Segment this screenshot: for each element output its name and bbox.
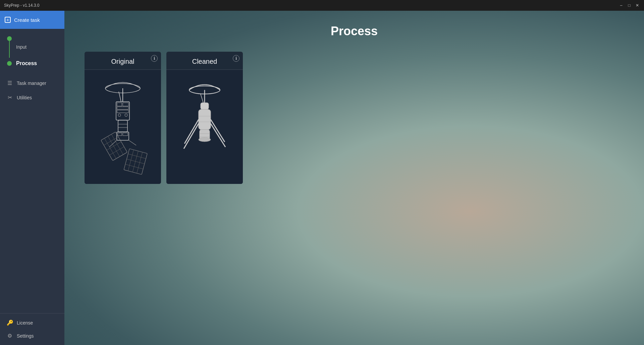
svg-line-44 — [211, 119, 225, 142]
minimize-button[interactable]: – — [619, 3, 624, 8]
create-task-button[interactable]: Create task — [0, 11, 64, 29]
step-indicator-wrap-process — [7, 61, 12, 66]
svg-rect-15 — [123, 133, 128, 136]
svg-point-9 — [125, 114, 127, 116]
cleaned-card-header: Cleaned — [166, 52, 243, 70]
step-label-input: Input — [16, 44, 26, 50]
svg-rect-5 — [123, 103, 128, 106]
svg-line-24 — [128, 150, 134, 171]
svg-line-27 — [128, 154, 146, 158]
workflow-steps: Input Process — [0, 29, 64, 74]
svg-line-29 — [125, 164, 143, 169]
sidebar-item-utilities[interactable]: ✂ Utilities — [0, 91, 64, 104]
svg-point-46 — [199, 138, 211, 142]
svg-rect-4 — [117, 103, 122, 106]
license-label: License — [17, 320, 33, 326]
original-card-image — [85, 70, 161, 184]
svg-rect-6 — [117, 107, 128, 109]
svg-line-42 — [184, 119, 199, 144]
svg-line-43 — [184, 124, 199, 149]
cards-row: ℹ Original — [85, 52, 624, 184]
svg-line-45 — [211, 124, 225, 147]
svg-line-31 — [129, 140, 136, 145]
create-task-label: Create task — [14, 17, 40, 23]
close-button[interactable]: ✕ — [635, 3, 640, 8]
svg-rect-16 — [101, 132, 127, 161]
svg-rect-7 — [117, 110, 128, 113]
main-inner: Process ℹ Original — [64, 11, 644, 197]
sidebar-bottom: 🔑 License ⚙ Settings — [0, 313, 64, 345]
svg-line-28 — [127, 159, 145, 164]
step-indicator-wrap-input — [7, 36, 12, 58]
step-line — [9, 41, 10, 58]
svg-point-8 — [118, 114, 121, 116]
svg-line-25 — [132, 151, 138, 172]
step-circle-process — [7, 61, 12, 66]
step-circle-input — [7, 36, 12, 41]
app-body: Create task Input Process — [0, 11, 644, 345]
svg-line-26 — [137, 152, 143, 173]
plus-icon — [5, 17, 11, 23]
wrench-icon: ✂ — [7, 94, 13, 101]
svg-rect-36 — [199, 109, 211, 130]
settings-label: Settings — [17, 333, 34, 339]
list-icon: ☰ — [7, 80, 13, 86]
svg-rect-35 — [201, 103, 209, 109]
svg-line-34 — [201, 94, 203, 103]
sidebar: Create task Input Process — [0, 11, 64, 345]
svg-rect-14 — [118, 133, 122, 136]
page-title: Process — [85, 24, 624, 38]
step-label-process: Process — [16, 60, 37, 66]
title-bar: SkyPrep - v1.14.3.0 – □ ✕ — [0, 0, 644, 11]
task-manager-label: Task manager — [17, 81, 46, 86]
key-icon: 🔑 — [7, 319, 13, 326]
svg-rect-10 — [118, 120, 127, 132]
settings-icon: ⚙ — [7, 333, 13, 339]
sidebar-nav: ☰ Task manager ✂ Utilities — [0, 74, 64, 107]
utilities-label: Utilities — [17, 95, 32, 100]
sidebar-item-settings[interactable]: ⚙ Settings — [0, 329, 64, 342]
sidebar-item-task-manager[interactable]: ☰ Task manager — [0, 77, 64, 90]
original-info-icon[interactable]: ℹ — [151, 55, 158, 62]
main-content: Process ℹ Original — [64, 11, 644, 345]
sidebar-item-license[interactable]: 🔑 License — [0, 316, 64, 329]
step-input[interactable]: Input — [0, 34, 64, 60]
app-title: SkyPrep - v1.14.3.0 — [4, 3, 39, 8]
cleaned-satellite-svg — [178, 77, 231, 177]
cleaned-card[interactable]: ℹ Cleaned — [166, 52, 243, 184]
cleaned-card-image — [166, 70, 243, 184]
step-process[interactable]: Process — [0, 58, 64, 68]
original-satellite-svg — [93, 73, 153, 181]
restore-button[interactable]: □ — [627, 3, 632, 8]
window-controls: – □ ✕ — [619, 3, 640, 8]
svg-rect-23 — [124, 149, 147, 175]
original-card-header: Original — [85, 52, 161, 70]
original-card[interactable]: ℹ Original — [85, 52, 161, 184]
cleaned-info-icon[interactable]: ℹ — [233, 55, 239, 62]
